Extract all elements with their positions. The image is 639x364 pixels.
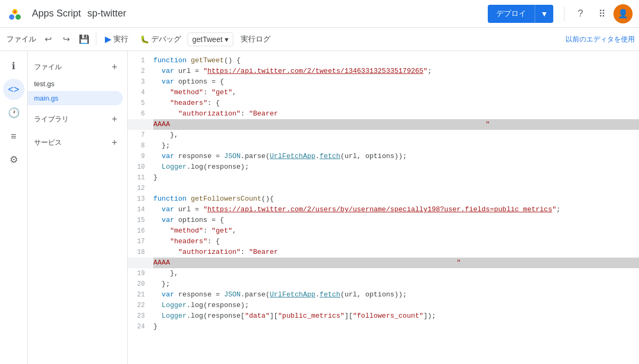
- code-line-1: 1 function getTweet() {: [128, 55, 639, 66]
- code-line-3: 3 var options = {: [128, 77, 639, 87]
- code-line-6-token: AAAA ": [128, 119, 639, 130]
- services-label: サービス: [34, 138, 62, 147]
- library-section-header: ライブラリ +: [28, 110, 127, 129]
- add-library-button[interactable]: +: [108, 113, 121, 126]
- undo-button[interactable]: ↩: [39, 31, 56, 48]
- code-line-21: 21 var response = JSON.parse(UrlFetchApp…: [128, 289, 639, 300]
- run-button[interactable]: ▶ 実行: [100, 31, 134, 47]
- code-line-2: 2 var url = "https://api.twitter.com/2/t…: [128, 66, 639, 77]
- code-line-5: 5 "headers": {: [128, 98, 639, 109]
- file-main-name: main.gs: [34, 94, 59, 102]
- files-label: ファイル: [34, 62, 62, 72]
- services-section: サービス +: [28, 131, 127, 154]
- deploy-dropdown-icon: ▼: [535, 5, 553, 22]
- sidebar-icon-strip: ℹ <> 🕐 ≡ ⚙: [0, 51, 28, 364]
- code-line-18: 18 "authorization": "Bearer: [128, 247, 639, 258]
- code-line-19: 19 },: [128, 268, 639, 279]
- add-file-button[interactable]: +: [108, 61, 121, 73]
- files-section-header: ファイル +: [28, 57, 127, 77]
- sidebar-icon-history[interactable]: 🕐: [3, 102, 24, 123]
- deploy-button-label: デプロイ: [488, 5, 535, 23]
- svg-point-5: [14, 11, 16, 13]
- debug-button[interactable]: 🐛 デバッグ: [135, 31, 186, 47]
- code-line-16: 16 "method": "get",: [128, 226, 639, 236]
- library-label: ライブラリ: [34, 114, 69, 124]
- main-area: ℹ <> 🕐 ≡ ⚙ ファイル + test.gs main.gs ライブラリ …: [0, 51, 639, 364]
- help-button[interactable]: ?: [571, 4, 590, 23]
- sidebar-icon-triggers[interactable]: ≡: [3, 126, 24, 147]
- code-line-9: 9 var response = JSON.parse(UrlFetchApp.…: [128, 151, 639, 162]
- file-section-label: ファイル: [6, 35, 36, 44]
- project-name: sp-twitter: [87, 8, 126, 19]
- code-line-12: 12: [128, 183, 639, 194]
- save-button[interactable]: 💾: [76, 31, 93, 48]
- code-line-10: 10 Logger.log(response);: [128, 162, 639, 172]
- svg-point-3: [15, 14, 21, 20]
- toolbar: ファイル ↩ ↪ 💾 ▶ 実行 🐛 デバッグ getTweet ▾ 実行ログ 以…: [0, 28, 639, 51]
- debug-label: デバッグ: [151, 35, 181, 44]
- header-icons: ? ⠿ 👤: [560, 4, 633, 23]
- sidebar-icon-settings[interactable]: ⚙: [3, 149, 24, 170]
- code-line-17: 17 "headers": {: [128, 236, 639, 247]
- code-line-23: 23 Logger.log(response["data"]["public_m…: [128, 311, 639, 321]
- prev-editor-label: 以前のエディタを使用: [566, 35, 635, 43]
- code-line-11: 11 }: [128, 172, 639, 183]
- code-line-13: 13 function getFollowersCount(){: [128, 194, 639, 204]
- app-logo: [6, 5, 23, 22]
- redo-button[interactable]: ↪: [58, 31, 75, 48]
- sidebar-icon-files[interactable]: <>: [3, 79, 24, 100]
- prev-editor-button[interactable]: 以前のエディタを使用: [566, 35, 635, 44]
- function-selector[interactable]: getTweet ▾: [187, 32, 233, 46]
- sidebar-icon-info[interactable]: ℹ: [3, 55, 24, 77]
- code-line-18-token: AAAA ": [128, 258, 639, 268]
- code-editor[interactable]: 1 function getTweet() { 2 var url = "htt…: [128, 51, 639, 364]
- code-line-6: 6 "authorization": "Bearer: [128, 109, 639, 119]
- function-name: getTweet: [192, 35, 223, 44]
- run-label: 実行: [113, 35, 128, 44]
- code-line-24: 24 }: [128, 321, 639, 332]
- deploy-button[interactable]: デプロイ ▼: [488, 5, 553, 23]
- user-avatar-button[interactable]: 👤: [613, 4, 633, 23]
- add-service-button[interactable]: +: [108, 136, 121, 149]
- code-line-22: 22 Logger.log(response);: [128, 300, 639, 311]
- file-item-main[interactable]: main.gs: [28, 91, 123, 105]
- run-icon: ▶: [105, 34, 111, 44]
- code-line-4: 4 "method": "get",: [128, 87, 639, 98]
- code-line-14: 14 var url = "https://api.twitter.com/2/…: [128, 204, 639, 215]
- svg-point-2: [9, 14, 14, 20]
- code-line-7: 7 },: [128, 130, 639, 140]
- header: Apps Script sp-twitter デプロイ ▼ ? ⠿ 👤: [0, 0, 639, 28]
- library-section: ライブラリ +: [28, 107, 127, 131]
- apps-grid-button[interactable]: ⠿: [592, 4, 611, 23]
- exec-log-label: 実行ログ: [241, 35, 271, 43]
- editor-scroll-area[interactable]: 1 function getTweet() { 2 var url = "htt…: [128, 51, 639, 364]
- debug-icon: 🐛: [140, 35, 149, 44]
- file-item-test[interactable]: test.gs: [28, 77, 123, 91]
- file-panel: ファイル + test.gs main.gs ライブラリ + サービス +: [28, 51, 128, 364]
- files-section: ファイル + test.gs main.gs: [28, 55, 127, 107]
- file-test-name: test.gs: [34, 80, 54, 88]
- exec-log-button[interactable]: 実行ログ: [234, 31, 277, 47]
- function-dropdown-icon: ▾: [225, 35, 228, 44]
- services-section-header: サービス +: [28, 133, 127, 152]
- code-line-15: 15 var options = {: [128, 215, 639, 226]
- code-line-8: 8 };: [128, 140, 639, 151]
- code-line-20: 20 };: [128, 279, 639, 289]
- app-title: Apps Script: [32, 8, 81, 19]
- apps-script-logo-icon: [6, 5, 23, 22]
